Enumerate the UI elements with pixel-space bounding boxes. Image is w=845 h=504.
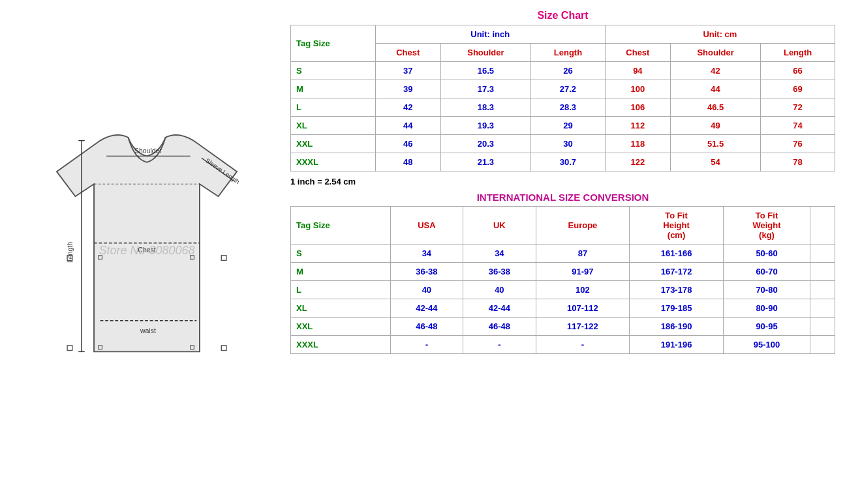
intl-uk-header: UK bbox=[463, 207, 536, 245]
svg-rect-16 bbox=[221, 345, 226, 350]
cm-value-cell: 54 bbox=[670, 153, 760, 171]
cm-value-cell: 78 bbox=[761, 153, 835, 171]
cm-length-header: Length bbox=[761, 44, 835, 62]
cm-value-cell: 106 bbox=[605, 98, 670, 117]
page-wrapper: Shoulder Sleeve Length Chest Length wais… bbox=[0, 0, 845, 504]
intl-weight-header: To FitWeight(kg) bbox=[723, 207, 810, 245]
inch-value-cell: 26 bbox=[531, 62, 606, 80]
table-row: L4040102173-17870-80 bbox=[291, 281, 835, 299]
cm-value-cell: 42 bbox=[670, 62, 760, 80]
tag-size-cell: L bbox=[291, 98, 376, 117]
table-row: L4218.328.310646.572 bbox=[291, 98, 835, 117]
intl-tag-cell: XXXL bbox=[291, 336, 391, 354]
cm-value-cell: 49 bbox=[670, 117, 760, 135]
unit-inch-header: Unit: inch bbox=[375, 25, 605, 44]
intl-uk-cell: - bbox=[463, 336, 536, 354]
intl-height-cell: 179-185 bbox=[630, 299, 724, 318]
table-row: XL4419.3291124974 bbox=[291, 117, 835, 135]
intl-conversion-table: Tag Size USA UK Europe To FitHeight(cm) … bbox=[290, 206, 835, 354]
table-row: XXL46-4846-48117-122186-19090-95 bbox=[291, 318, 835, 336]
inch-value-cell: 27.2 bbox=[531, 80, 606, 98]
cm-value-cell: 74 bbox=[761, 117, 835, 135]
intl-tag-cell: XXL bbox=[291, 318, 391, 336]
inch-length-header: Length bbox=[531, 44, 606, 62]
intl-empty-cell bbox=[810, 299, 835, 318]
intl-tag-cell: M bbox=[291, 263, 391, 281]
intl-empty-cell bbox=[810, 263, 835, 281]
intl-height-cell: 161-166 bbox=[630, 245, 724, 263]
inch-value-cell: 44 bbox=[375, 117, 440, 135]
inch-value-cell: 46 bbox=[375, 135, 440, 153]
intl-height-cell: 186-190 bbox=[630, 318, 724, 336]
intl-empty-cell bbox=[810, 318, 835, 336]
cm-value-cell: 72 bbox=[761, 98, 835, 117]
table-row: S343487161-16650-60 bbox=[291, 245, 835, 263]
svg-text:Shoulder: Shoulder bbox=[134, 147, 162, 154]
cm-value-cell: 46.5 bbox=[670, 98, 760, 117]
intl-europe-cell: 102 bbox=[536, 281, 630, 299]
intl-europe-cell: - bbox=[536, 336, 630, 354]
intl-uk-cell: 42-44 bbox=[463, 299, 536, 318]
tag-size-cell: M bbox=[291, 80, 376, 98]
cm-value-cell: 44 bbox=[670, 80, 760, 98]
tag-size-cell: XXL bbox=[291, 135, 376, 153]
table-row: M36-3836-3891-97167-17260-70 bbox=[291, 263, 835, 281]
intl-tag-header: Tag Size bbox=[291, 207, 391, 245]
intl-usa-cell: - bbox=[390, 336, 463, 354]
cm-value-cell: 94 bbox=[605, 62, 670, 80]
intl-empty-cell bbox=[810, 281, 835, 299]
intl-usa-cell: 40 bbox=[390, 281, 463, 299]
intl-extra-header bbox=[810, 207, 835, 245]
intl-height-cell: 191-196 bbox=[630, 336, 724, 354]
cm-shoulder-header: Shoulder bbox=[670, 44, 760, 62]
cm-value-cell: 118 bbox=[605, 135, 670, 153]
intl-height-header: To FitHeight(cm) bbox=[630, 207, 724, 245]
inch-value-cell: 30 bbox=[531, 135, 606, 153]
intl-conversion-title: INTERNATIONAL SIZE CONVERSION bbox=[290, 192, 835, 203]
inch-value-cell: 18.3 bbox=[440, 98, 530, 117]
inch-value-cell: 21.3 bbox=[440, 153, 530, 171]
inch-value-cell: 28.3 bbox=[531, 98, 606, 117]
left-panel: Shoulder Sleeve Length Chest Length wais… bbox=[7, 7, 287, 497]
tag-size-cell: S bbox=[291, 62, 376, 80]
intl-empty-cell bbox=[810, 336, 835, 354]
intl-uk-cell: 34 bbox=[463, 245, 536, 263]
intl-tag-cell: L bbox=[291, 281, 391, 299]
intl-europe-header: Europe bbox=[536, 207, 630, 245]
inch-chest-header: Chest bbox=[375, 44, 440, 62]
inch-value-cell: 42 bbox=[375, 98, 440, 117]
inch-value-cell: 20.3 bbox=[440, 135, 530, 153]
size-chart-title: Size Chart bbox=[290, 10, 835, 22]
intl-usa-cell: 34 bbox=[390, 245, 463, 263]
intl-height-cell: 167-172 bbox=[630, 263, 724, 281]
intl-europe-cell: 107-112 bbox=[536, 299, 630, 318]
intl-weight-cell: 60-70 bbox=[723, 263, 810, 281]
cm-value-cell: 69 bbox=[761, 80, 835, 98]
intl-europe-cell: 117-122 bbox=[536, 318, 630, 336]
svg-text:Chest: Chest bbox=[138, 246, 155, 254]
table-row: XXXL4821.330.71225478 bbox=[291, 153, 835, 171]
intl-europe-cell: 91-97 bbox=[536, 263, 630, 281]
intl-usa-cell: 36-38 bbox=[390, 263, 463, 281]
intl-tag-cell: S bbox=[291, 245, 391, 263]
intl-uk-cell: 46-48 bbox=[463, 318, 536, 336]
inch-value-cell: 48 bbox=[375, 153, 440, 171]
table-row: XXL4620.33011851.576 bbox=[291, 135, 835, 153]
cm-chest-header: Chest bbox=[605, 44, 670, 62]
intl-usa-header: USA bbox=[390, 207, 463, 245]
intl-weight-cell: 70-80 bbox=[723, 281, 810, 299]
cm-value-cell: 122 bbox=[605, 153, 670, 171]
tag-size-cell: XXXL bbox=[291, 153, 376, 171]
intl-weight-cell: 95-100 bbox=[723, 336, 810, 354]
tag-size-cell: XL bbox=[291, 117, 376, 135]
intl-height-cell: 173-178 bbox=[630, 281, 724, 299]
intl-usa-cell: 46-48 bbox=[390, 318, 463, 336]
svg-text:waist: waist bbox=[140, 327, 156, 334]
unit-cm-header: Unit: cm bbox=[605, 25, 835, 44]
svg-rect-15 bbox=[221, 255, 226, 260]
table-row: XXXL---191-19695-100 bbox=[291, 336, 835, 354]
cm-value-cell: 112 bbox=[605, 117, 670, 135]
intl-europe-cell: 87 bbox=[536, 245, 630, 263]
intl-usa-cell: 42-44 bbox=[390, 299, 463, 318]
table-row: M3917.327.21004469 bbox=[291, 80, 835, 98]
